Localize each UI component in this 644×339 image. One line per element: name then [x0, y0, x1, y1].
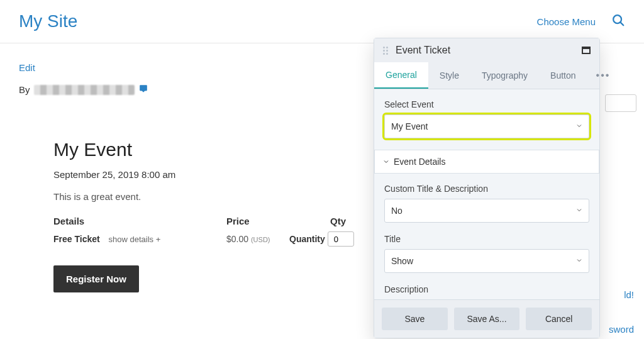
author-name-blurred: [34, 85, 135, 95]
custom-title-select[interactable]: No: [384, 199, 589, 223]
tab-typography[interactable]: Typography: [470, 63, 539, 88]
save-as-button[interactable]: Save As...: [454, 308, 520, 330]
edit-link[interactable]: Edit: [19, 62, 35, 73]
svg-line-1: [621, 23, 624, 26]
col-details: Details: [53, 216, 226, 226]
comment-icon[interactable]: [138, 84, 148, 95]
search-icon[interactable]: [611, 13, 625, 30]
register-now-button[interactable]: Register Now: [53, 265, 139, 292]
title-field-label: Title: [384, 234, 589, 244]
save-button[interactable]: Save: [382, 308, 448, 330]
col-qty: Qty: [289, 216, 346, 226]
panel-header[interactable]: Event Ticket: [374, 38, 599, 62]
panel-body: Select Event My Event Event Details Cust…: [374, 89, 599, 299]
site-title[interactable]: My Site: [19, 11, 77, 31]
obscured-text-1: ld!: [624, 289, 634, 300]
top-bar: My Site Choose Menu: [0, 0, 644, 43]
ticket-row: Free Ticket show details + $0.00 (USD) Q…: [53, 231, 368, 247]
section-title: Event Details: [394, 157, 445, 167]
select-event-label: Select Event: [384, 99, 589, 109]
event-description: This is a great event.: [53, 191, 368, 202]
ticket-name: Free Ticket: [53, 234, 100, 244]
description-field-label: Description: [384, 284, 589, 294]
obscured-text-2: sword: [609, 324, 634, 335]
chevron-down-icon: [382, 158, 390, 165]
ticket-currency: (USD): [251, 236, 270, 243]
cancel-button[interactable]: Cancel: [526, 308, 592, 330]
panel-tabs: General Style Typography Button •••: [374, 62, 599, 89]
by-label: By: [19, 84, 30, 95]
dock-icon[interactable]: [582, 47, 591, 54]
ticket-price-value: $0.00: [226, 234, 248, 244]
panel-title: Event Ticket: [396, 45, 450, 56]
event-block: My Event September 25, 2019 8:00 am This…: [53, 139, 368, 292]
event-date: September 25, 2019 8:00 am: [53, 169, 368, 180]
tab-style[interactable]: Style: [428, 63, 470, 88]
col-price: Price: [226, 216, 289, 226]
settings-panel: Event Ticket General Style Typography Bu…: [374, 38, 600, 338]
tab-more-icon[interactable]: •••: [587, 62, 619, 89]
obscured-input[interactable]: [605, 94, 636, 112]
drag-handle-icon[interactable]: [383, 47, 389, 55]
custom-title-label: Custom Title & Description: [384, 184, 589, 194]
panel-footer: Save Save As... Cancel: [374, 299, 599, 338]
select-event-field[interactable]: My Event: [384, 114, 589, 138]
tab-general[interactable]: General: [374, 62, 428, 89]
tab-button[interactable]: Button: [539, 63, 587, 88]
event-title: My Event: [53, 139, 368, 160]
section-event-details[interactable]: Event Details: [374, 150, 599, 174]
quantity-stepper[interactable]: [328, 231, 354, 247]
select-event-wrap: My Event: [384, 114, 589, 138]
choose-menu-link[interactable]: Choose Menu: [537, 16, 596, 27]
quantity-label: Quantity: [289, 234, 325, 244]
title-select[interactable]: Show: [384, 249, 589, 273]
show-details-toggle[interactable]: show details +: [109, 235, 161, 244]
topbar-right: Choose Menu: [537, 13, 625, 30]
ticket-table-header: Details Price Qty: [53, 216, 368, 226]
